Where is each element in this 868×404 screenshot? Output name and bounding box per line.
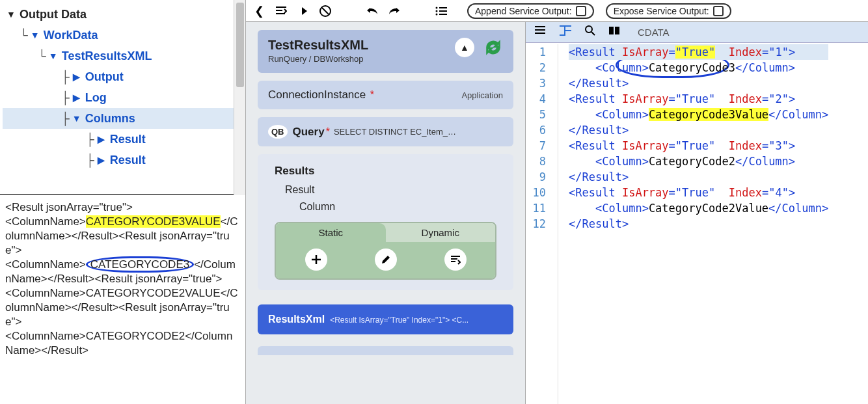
svg-point-1 (436, 7, 438, 8)
conn-value: Application (461, 90, 503, 100)
code-line: <Result IsArray="True" Index="4"> (569, 185, 828, 200)
caret-down-icon: ▼ (72, 111, 81, 126)
flow-icon[interactable] (558, 24, 573, 40)
xml-line: <Result jsonArray="true"> (5, 200, 240, 215)
annotation-circle: CATEGORYCODE3 (86, 256, 194, 273)
edit-button[interactable] (375, 249, 397, 271)
static-dynamic-box: Static Dynamic (275, 222, 496, 280)
tree-workdata[interactable]: └ ▼ WorkData (3, 25, 243, 46)
add-button[interactable] (305, 249, 327, 271)
cancel-icon[interactable] (319, 5, 332, 18)
collapse-button[interactable]: ▲ (455, 38, 474, 57)
caret-down-icon: ▼ (7, 7, 16, 22)
undo-icon[interactable] (366, 6, 379, 16)
required-icon: * (367, 89, 374, 100)
code-line: <Column>CategoryCode2Value</Column> (569, 200, 828, 216)
code-editor[interactable]: 1 2 3 4 5 6 7 8 9 10 11 12 <Result IsArr… (526, 43, 868, 404)
xml-line: <ColumnName>CATEGORYCODE2VALUE</ColumnNa… (5, 286, 240, 329)
xml-line: <ColumnName>CATEGORYCODE3</ColumnName></… (5, 258, 240, 286)
svg-point-4 (586, 26, 592, 33)
results-label: Results (258, 157, 513, 179)
highlight-yellow: CATEGORYCODE3VALUE (86, 215, 221, 228)
tree-testresultsxml[interactable]: └ ▼ TestResultsXML (3, 46, 243, 66)
service-title-card: TestResultsXML RunQuery / DBWorkshop ▲ (258, 30, 513, 73)
result-label: Result (258, 179, 513, 197)
xml-text-panel[interactable]: <Result jsonArray="true"> <ColumnName>CA… (0, 195, 245, 404)
xml-line: <ColumnName>CATEGORYCODE2</ColumnName></… (5, 329, 240, 358)
tree-result-1[interactable]: ├ ▶ Result (3, 129, 243, 150)
caret-right-icon: ▶ (97, 131, 106, 147)
code-line: <Column>CategoryCode3</Column> (569, 60, 828, 75)
refresh-button[interactable] (483, 38, 503, 57)
book-icon[interactable] (608, 25, 621, 39)
qb-badge-icon: QB (268, 125, 288, 139)
resultsxml-card[interactable]: ResultsXml <Result IsArray="True" Index=… (258, 304, 513, 334)
format-icon[interactable] (534, 25, 547, 40)
tab-static[interactable]: Static (276, 223, 386, 242)
tree-root[interactable]: ▼ Output Data (3, 4, 243, 25)
list-icon[interactable] (435, 6, 448, 16)
append-label: Append Service Output: (475, 6, 572, 16)
caret-down-icon: ▼ (31, 27, 40, 43)
xml-line: <ColumnName>CATEGORYCODE3VALUE</ColumnNa… (5, 215, 240, 258)
align-icon[interactable] (275, 5, 288, 17)
column-label: Column (258, 197, 513, 217)
redo-icon[interactable] (388, 6, 401, 16)
code-line: <Column>CategoryCode3Value</Column> (569, 107, 828, 122)
append-checkbox[interactable] (576, 6, 586, 16)
expose-service-output-toggle[interactable]: Expose Service Output: (606, 3, 731, 19)
code-line: <Result IsArray="True" Index="2"> (569, 91, 828, 107)
tree-scrollbar[interactable] (234, 0, 245, 195)
svg-point-2 (436, 10, 438, 12)
expose-checkbox[interactable] (713, 6, 724, 16)
connection-instance-field[interactable]: ConnectionInstance * Application (258, 81, 513, 109)
line-gutter: 1 2 3 4 5 6 7 8 9 10 11 12 (526, 44, 558, 404)
caret-right-icon: ▶ (97, 152, 106, 168)
tree-columns[interactable]: ├ ▼ Columns (3, 108, 243, 129)
required-icon: * (326, 126, 330, 138)
code-line: <Column>CategoryCode2</Column> (569, 154, 828, 169)
step-icon[interactable] (297, 6, 310, 16)
code-line: </Result> (569, 216, 828, 232)
tab-dynamic[interactable]: Dynamic (386, 223, 496, 242)
search-icon[interactable] (584, 25, 596, 40)
expose-label: Expose Service Output: (614, 6, 709, 16)
caret-right-icon: ▶ (72, 69, 81, 85)
resultsxml-preview: <Result IsArray="True" Index="1"> <C... (330, 316, 468, 325)
back-icon[interactable]: ❮ (252, 4, 265, 18)
query-field[interactable]: QB Query * SELECT DISTINCT EC_Item_Branc… (258, 117, 513, 146)
code-line: </Result> (569, 169, 828, 185)
code-line: <Result IsArray="True" Index="1"> (569, 44, 828, 60)
code-line: </Result> (569, 75, 828, 91)
svg-point-3 (436, 13, 438, 15)
options-button[interactable] (444, 249, 467, 271)
cdata-label: CDATA (638, 27, 670, 38)
tree-output[interactable]: ├ ▶ Output (3, 66, 243, 87)
append-service-output-toggle[interactable]: Append Service Output: (467, 3, 594, 19)
tree-result-2[interactable]: ├ ▶ Result (3, 150, 243, 170)
tree-log[interactable]: ├ ▶ Log (3, 87, 243, 108)
caret-down-icon: ▼ (49, 48, 58, 64)
code-line: <Result IsArray="True" Index="3"> (569, 138, 828, 154)
code-line: </Result> (569, 122, 828, 138)
code-lines[interactable]: <Result IsArray="True" Index="1"> <Colum… (558, 44, 828, 404)
query-preview: SELECT DISTINCT EC_Item_Branch.... (334, 127, 457, 137)
next-card-peek (258, 346, 513, 355)
output-data-tree[interactable]: ▼ Output Data └ ▼ WorkData └ ▼ TestResul… (0, 0, 245, 195)
caret-right-icon: ▶ (72, 90, 81, 105)
